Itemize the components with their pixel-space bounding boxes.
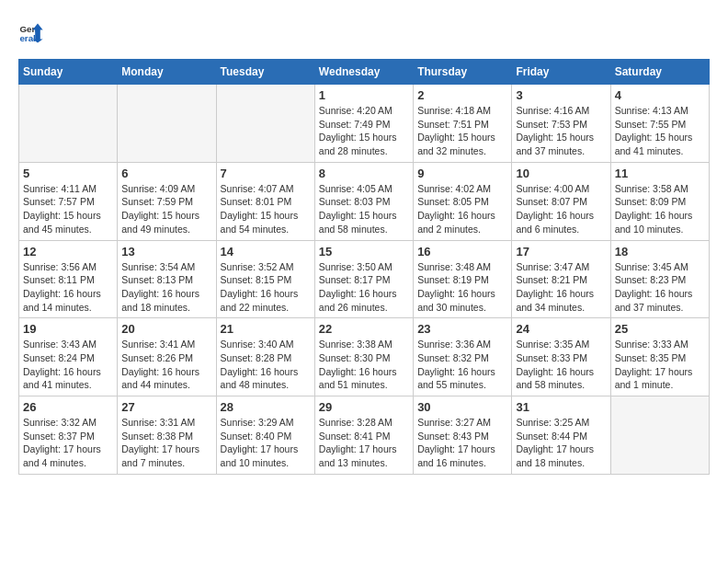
calendar-day-cell: 9Sunrise: 4:02 AMSunset: 8:05 PMDaylight… <box>414 162 512 240</box>
day-info: Sunrise: 3:35 AMSunset: 8:33 PMDaylight:… <box>516 338 606 392</box>
weekday-header-cell: Thursday <box>414 60 512 85</box>
weekday-header-cell: Sunday <box>19 60 118 85</box>
calendar-day-cell: 21Sunrise: 3:40 AMSunset: 8:28 PMDayligh… <box>216 318 314 396</box>
calendar-day-cell: 24Sunrise: 3:35 AMSunset: 8:33 PMDayligh… <box>512 318 610 396</box>
day-info: Sunrise: 3:25 AMSunset: 8:44 PMDaylight:… <box>516 416 606 470</box>
calendar-table: SundayMondayTuesdayWednesdayThursdayFrid… <box>18 59 710 475</box>
calendar-day-cell: 28Sunrise: 3:29 AMSunset: 8:40 PMDayligh… <box>216 396 314 475</box>
day-info: Sunrise: 3:45 AMSunset: 8:23 PMDaylight:… <box>615 260 705 315</box>
calendar-day-cell: 13Sunrise: 3:54 AMSunset: 8:13 PMDayligh… <box>118 240 216 318</box>
day-number: 13 <box>121 245 211 259</box>
day-info: Sunrise: 4:02 AMSunset: 8:05 PMDaylight:… <box>417 182 507 236</box>
calendar-day-cell: 2Sunrise: 4:18 AMSunset: 7:51 PMDaylight… <box>414 85 512 163</box>
day-number: 30 <box>417 400 507 414</box>
day-number: 15 <box>319 245 409 259</box>
calendar-day-cell <box>216 85 314 163</box>
day-info: Sunrise: 4:00 AMSunset: 8:07 PMDaylight:… <box>516 182 606 236</box>
calendar-day-cell: 6Sunrise: 4:09 AMSunset: 7:59 PMDaylight… <box>118 162 216 240</box>
calendar-day-cell: 15Sunrise: 3:50 AMSunset: 8:17 PMDayligh… <box>314 240 413 318</box>
calendar-day-cell: 31Sunrise: 3:25 AMSunset: 8:44 PMDayligh… <box>512 396 610 475</box>
calendar-day-cell: 18Sunrise: 3:45 AMSunset: 8:23 PMDayligh… <box>610 240 709 318</box>
calendar-week-row: 19Sunrise: 3:43 AMSunset: 8:24 PMDayligh… <box>19 318 710 396</box>
day-number: 2 <box>417 88 507 102</box>
day-number: 20 <box>121 322 211 336</box>
calendar-day-cell: 14Sunrise: 3:52 AMSunset: 8:15 PMDayligh… <box>216 240 314 318</box>
day-number: 7 <box>221 167 311 180</box>
calendar-week-row: 5Sunrise: 4:11 AMSunset: 7:57 PMDaylight… <box>19 162 710 240</box>
calendar-day-cell: 17Sunrise: 3:47 AMSunset: 8:21 PMDayligh… <box>512 240 610 318</box>
calendar-day-cell: 22Sunrise: 3:38 AMSunset: 8:30 PMDayligh… <box>314 318 413 396</box>
day-info: Sunrise: 3:56 AMSunset: 8:11 PMDaylight:… <box>23 260 113 315</box>
day-info: Sunrise: 3:41 AMSunset: 8:26 PMDaylight:… <box>121 338 211 392</box>
day-info: Sunrise: 3:52 AMSunset: 8:15 PMDaylight:… <box>221 260 311 315</box>
calendar-day-cell: 26Sunrise: 3:32 AMSunset: 8:37 PMDayligh… <box>19 396 118 475</box>
day-info: Sunrise: 3:36 AMSunset: 8:32 PMDaylight:… <box>417 338 507 392</box>
calendar-day-cell: 3Sunrise: 4:16 AMSunset: 7:53 PMDaylight… <box>512 85 610 163</box>
day-number: 4 <box>615 88 705 102</box>
day-number: 25 <box>615 322 705 336</box>
day-number: 27 <box>121 400 211 414</box>
day-info: Sunrise: 4:11 AMSunset: 7:57 PMDaylight:… <box>23 182 113 236</box>
day-number: 1 <box>319 88 409 102</box>
page-header: Gen eral <box>18 18 710 44</box>
day-info: Sunrise: 3:32 AMSunset: 8:37 PMDaylight:… <box>23 416 113 470</box>
logo: Gen eral <box>18 18 48 44</box>
calendar-day-cell: 7Sunrise: 4:07 AMSunset: 8:01 PMDaylight… <box>216 162 314 240</box>
day-number: 23 <box>417 322 507 336</box>
calendar-day-cell: 30Sunrise: 3:27 AMSunset: 8:43 PMDayligh… <box>414 396 512 475</box>
day-number: 9 <box>417 167 507 180</box>
day-number: 22 <box>319 322 409 336</box>
calendar-week-row: 1Sunrise: 4:20 AMSunset: 7:49 PMDaylight… <box>19 85 710 163</box>
svg-text:eral: eral <box>19 33 36 43</box>
day-info: Sunrise: 4:13 AMSunset: 7:55 PMDaylight:… <box>615 104 705 158</box>
calendar-day-cell: 27Sunrise: 3:31 AMSunset: 8:38 PMDayligh… <box>118 396 216 475</box>
day-number: 11 <box>615 167 705 180</box>
day-number: 31 <box>516 400 606 414</box>
day-number: 17 <box>516 245 606 259</box>
day-number: 12 <box>23 245 113 259</box>
day-number: 29 <box>319 400 409 414</box>
day-number: 3 <box>516 88 606 102</box>
day-number: 6 <box>121 167 211 180</box>
day-info: Sunrise: 3:48 AMSunset: 8:19 PMDaylight:… <box>417 260 507 315</box>
day-info: Sunrise: 3:40 AMSunset: 8:28 PMDaylight:… <box>221 338 311 392</box>
calendar-day-cell: 20Sunrise: 3:41 AMSunset: 8:26 PMDayligh… <box>118 318 216 396</box>
day-number: 10 <box>516 167 606 180</box>
weekday-header-cell: Friday <box>512 60 610 85</box>
calendar-day-cell: 19Sunrise: 3:43 AMSunset: 8:24 PMDayligh… <box>19 318 118 396</box>
weekday-header-cell: Tuesday <box>216 60 314 85</box>
day-info: Sunrise: 3:31 AMSunset: 8:38 PMDaylight:… <box>121 416 211 470</box>
calendar-day-cell: 5Sunrise: 4:11 AMSunset: 7:57 PMDaylight… <box>19 162 118 240</box>
calendar-day-cell <box>610 396 709 475</box>
calendar-day-cell: 11Sunrise: 3:58 AMSunset: 8:09 PMDayligh… <box>610 162 709 240</box>
calendar-day-cell: 12Sunrise: 3:56 AMSunset: 8:11 PMDayligh… <box>19 240 118 318</box>
day-number: 28 <box>221 400 311 414</box>
day-info: Sunrise: 3:58 AMSunset: 8:09 PMDaylight:… <box>615 182 705 236</box>
day-info: Sunrise: 3:47 AMSunset: 8:21 PMDaylight:… <box>516 260 606 315</box>
calendar-day-cell <box>118 85 216 163</box>
day-info: Sunrise: 3:43 AMSunset: 8:24 PMDaylight:… <box>23 338 113 392</box>
day-number: 18 <box>615 245 705 259</box>
day-number: 19 <box>23 322 113 336</box>
weekday-header-row: SundayMondayTuesdayWednesdayThursdayFrid… <box>19 60 710 85</box>
day-number: 5 <box>23 167 113 180</box>
day-number: 21 <box>221 322 311 336</box>
day-info: Sunrise: 3:28 AMSunset: 8:41 PMDaylight:… <box>319 416 409 470</box>
calendar-day-cell: 1Sunrise: 4:20 AMSunset: 7:49 PMDaylight… <box>314 85 413 163</box>
calendar-day-cell: 29Sunrise: 3:28 AMSunset: 8:41 PMDayligh… <box>314 396 413 475</box>
weekday-header-cell: Wednesday <box>314 60 413 85</box>
day-info: Sunrise: 4:16 AMSunset: 7:53 PMDaylight:… <box>516 104 606 158</box>
day-info: Sunrise: 3:38 AMSunset: 8:30 PMDaylight:… <box>319 338 409 392</box>
weekday-header-cell: Saturday <box>610 60 709 85</box>
day-info: Sunrise: 4:07 AMSunset: 8:01 PMDaylight:… <box>221 182 311 236</box>
calendar-day-cell <box>19 85 118 163</box>
day-number: 14 <box>221 245 311 259</box>
weekday-header-cell: Monday <box>118 60 216 85</box>
calendar-day-cell: 10Sunrise: 4:00 AMSunset: 8:07 PMDayligh… <box>512 162 610 240</box>
day-info: Sunrise: 4:18 AMSunset: 7:51 PMDaylight:… <box>417 104 507 158</box>
calendar-week-row: 26Sunrise: 3:32 AMSunset: 8:37 PMDayligh… <box>19 396 710 475</box>
day-info: Sunrise: 4:20 AMSunset: 7:49 PMDaylight:… <box>319 104 409 158</box>
day-number: 16 <box>417 245 507 259</box>
day-info: Sunrise: 3:27 AMSunset: 8:43 PMDaylight:… <box>417 416 507 470</box>
day-info: Sunrise: 3:33 AMSunset: 8:35 PMDaylight:… <box>615 338 705 392</box>
